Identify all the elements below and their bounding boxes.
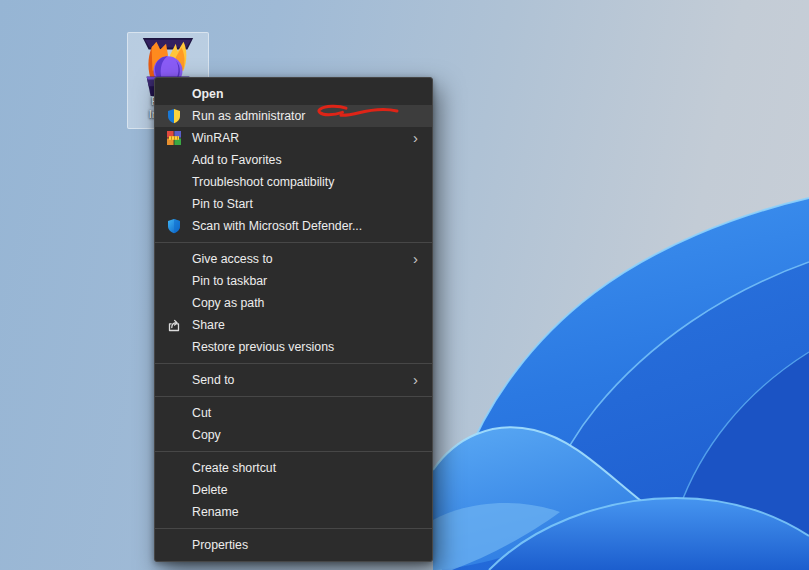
menu-item-label: Restore previous versions bbox=[192, 340, 334, 354]
menu-item-properties[interactable]: Properties bbox=[155, 534, 432, 556]
menu-item-pin-to-start[interactable]: Pin to Start bbox=[155, 193, 432, 215]
menu-separator-line bbox=[155, 363, 432, 364]
menu-item-open[interactable]: Open bbox=[155, 83, 432, 105]
menu-item-label: Run as administrator bbox=[192, 109, 305, 123]
menu-separator bbox=[155, 391, 432, 402]
menu-item-run-as-administrator[interactable]: Run as administrator bbox=[155, 105, 432, 127]
menu-item-label: Add to Favorites bbox=[192, 153, 282, 167]
menu-item-give-access-to[interactable]: Give access to› bbox=[155, 248, 432, 270]
menu-separator-line bbox=[155, 396, 432, 397]
menu-item-label: Scan with Microsoft Defender... bbox=[192, 219, 362, 233]
menu-separator bbox=[155, 446, 432, 457]
menu-item-label: Delete bbox=[192, 483, 228, 497]
menu-item-label: Rename bbox=[192, 505, 238, 519]
context-menu: OpenRun as administratorWinRAR›Add to Fa… bbox=[154, 77, 433, 562]
menu-item-label: Copy bbox=[192, 428, 221, 442]
menu-item-copy[interactable]: Copy bbox=[155, 424, 432, 446]
menu-separator bbox=[155, 523, 432, 534]
menu-separator bbox=[155, 358, 432, 369]
menu-item-scan-with-microsoft-defender[interactable]: Scan with Microsoft Defender... bbox=[155, 215, 432, 237]
menu-item-label: Give access to bbox=[192, 252, 273, 266]
menu-item-label: Share bbox=[192, 318, 225, 332]
menu-item-delete[interactable]: Delete bbox=[155, 479, 432, 501]
menu-item-label: Cut bbox=[192, 406, 211, 420]
uac-shield-icon bbox=[166, 108, 182, 124]
menu-item-copy-as-path[interactable]: Copy as path bbox=[155, 292, 432, 314]
menu-separator bbox=[155, 237, 432, 248]
menu-item-label: Pin to taskbar bbox=[192, 274, 267, 288]
menu-separator-line bbox=[155, 528, 432, 529]
menu-item-send-to[interactable]: Send to› bbox=[155, 369, 432, 391]
menu-item-troubleshoot-compatibility[interactable]: Troubleshoot compatibility bbox=[155, 171, 432, 193]
menu-item-label: Pin to Start bbox=[192, 197, 253, 211]
submenu-chevron-icon: › bbox=[413, 372, 418, 387]
menu-item-add-to-favorites[interactable]: Add to Favorites bbox=[155, 149, 432, 171]
share-icon bbox=[166, 317, 182, 333]
menu-item-label: Troubleshoot compatibility bbox=[192, 175, 334, 189]
menu-item-label: Open bbox=[192, 87, 223, 101]
defender-shield-icon bbox=[166, 218, 182, 234]
menu-item-cut[interactable]: Cut bbox=[155, 402, 432, 424]
menu-item-label: Properties bbox=[192, 538, 248, 552]
winrar-icon bbox=[166, 130, 182, 146]
menu-item-label: WinRAR bbox=[192, 131, 239, 145]
menu-separator-line bbox=[155, 451, 432, 452]
menu-separator-line bbox=[155, 242, 432, 243]
menu-item-share[interactable]: Share bbox=[155, 314, 432, 336]
menu-item-winrar[interactable]: WinRAR› bbox=[155, 127, 432, 149]
menu-item-label: Copy as path bbox=[192, 296, 264, 310]
menu-item-create-shortcut[interactable]: Create shortcut bbox=[155, 457, 432, 479]
menu-item-pin-to-taskbar[interactable]: Pin to taskbar bbox=[155, 270, 432, 292]
submenu-chevron-icon: › bbox=[413, 251, 418, 266]
menu-item-label: Create shortcut bbox=[192, 461, 276, 475]
menu-item-rename[interactable]: Rename bbox=[155, 501, 432, 523]
menu-item-label: Send to bbox=[192, 373, 234, 387]
menu-item-restore-previous-versions[interactable]: Restore previous versions bbox=[155, 336, 432, 358]
submenu-chevron-icon: › bbox=[413, 130, 418, 145]
